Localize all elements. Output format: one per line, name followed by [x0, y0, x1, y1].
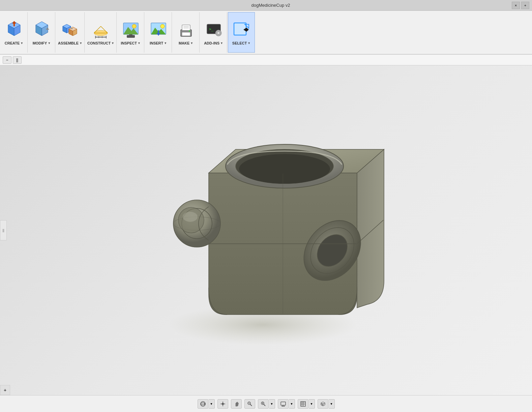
- pan-btn[interactable]: [217, 399, 228, 409]
- create-dropdown-arrow: ▼: [20, 41, 23, 45]
- select-dropdown-arrow: ▼: [247, 41, 250, 45]
- modify-label: MODIFY ▼: [33, 41, 51, 45]
- minimize-btn[interactable]: −: [3, 56, 11, 64]
- display-dropdown[interactable]: ▼: [289, 399, 295, 409]
- main-toolbar: CREATE ▼ MODIFY ▼: [0, 11, 532, 55]
- display-btn[interactable]: [278, 399, 289, 409]
- make-icon: [176, 20, 196, 40]
- bottom-left-corner-btn[interactable]: +: [0, 385, 10, 395]
- inspect-group[interactable]: INSPECT ▼: [117, 12, 144, 53]
- close-button[interactable]: ×: [512, 2, 520, 9]
- titlebar: dogMedicineCup v2 × +: [0, 0, 532, 11]
- left-panel-toggle[interactable]: ||: [0, 220, 7, 240]
- svg-point-40: [189, 30, 190, 32]
- svg-rect-46: [218, 35, 219, 36]
- zoom-dropdown[interactable]: ▼: [269, 399, 275, 409]
- hand-pan-btn[interactable]: [231, 399, 242, 409]
- create-group[interactable]: CREATE ▼: [1, 12, 28, 53]
- svg-rect-4: [13, 24, 15, 26]
- viewcube-dropdown[interactable]: ▼: [329, 399, 335, 409]
- modify-icon: [32, 20, 52, 40]
- viewcube-btn[interactable]: [318, 399, 328, 409]
- svg-point-44: [217, 32, 220, 34]
- make-group[interactable]: MAKE ▼: [173, 12, 200, 53]
- create-icon: [4, 20, 24, 40]
- svg-rect-87: [301, 402, 305, 406]
- addins-dropdown-arrow: ▼: [220, 41, 223, 45]
- make-dropdown-arrow: ▼: [190, 41, 193, 45]
- svg-point-32: [160, 24, 165, 28]
- svg-line-76: [264, 404, 265, 406]
- canvas-area[interactable]: ||: [0, 65, 532, 395]
- orbit-group: ▼: [198, 399, 215, 409]
- inspect-dropdown-arrow: ▼: [138, 41, 141, 45]
- svg-point-27: [132, 24, 136, 28]
- zoom-fit-btn[interactable]: [244, 399, 255, 409]
- svg-rect-47: [215, 32, 217, 34]
- insert-group[interactable]: INSERT ▼: [145, 12, 172, 53]
- svg-line-73: [250, 404, 252, 406]
- construct-group[interactable]: CONSTRUCT ▼: [85, 12, 117, 53]
- select-icon: [231, 20, 252, 40]
- construct-icon: [91, 20, 111, 40]
- inspect-icon: [121, 20, 141, 40]
- bottom-toolbar: ▼ ▼: [0, 395, 532, 412]
- svg-rect-48: [220, 32, 221, 34]
- assemble-dropdown-arrow: ▼: [79, 41, 82, 45]
- grid-group: ▼: [298, 399, 315, 409]
- svg-point-56: [239, 154, 330, 184]
- construct-dropdown-arrow: ▼: [111, 41, 114, 45]
- create-label: CREATE ▼: [5, 41, 23, 45]
- panel-toggle-btn[interactable]: ||: [13, 56, 22, 64]
- addins-group[interactable]: >_ ADD-INS ▼: [200, 12, 227, 53]
- display-group: ▼: [278, 399, 295, 409]
- insert-icon: [148, 20, 169, 40]
- select-label: SELECT ▼: [232, 41, 250, 45]
- assemble-icon: [60, 20, 80, 40]
- zoom-btn[interactable]: [258, 399, 269, 409]
- titlebar-title: dogMedicineCup v2: [30, 3, 512, 8]
- modify-dropdown-arrow: ▼: [48, 41, 51, 45]
- new-tab-button[interactable]: +: [521, 2, 529, 9]
- insert-dropdown-arrow: ▼: [164, 41, 167, 45]
- grid-dropdown[interactable]: ▼: [309, 399, 315, 409]
- select-group[interactable]: SELECT ▼: [228, 12, 255, 53]
- svg-rect-36: [182, 32, 190, 36]
- grid-btn[interactable]: [298, 399, 308, 409]
- 3d-model: [131, 99, 401, 352]
- svg-rect-79: [281, 402, 286, 405]
- construct-label: CONSTRUCT ▼: [87, 41, 114, 45]
- svg-rect-38: [183, 26, 189, 27]
- svg-rect-49: [234, 23, 246, 35]
- orbit-dropdown[interactable]: ▼: [209, 399, 215, 409]
- secondary-toolbar: − ||: [0, 55, 532, 65]
- svg-rect-45: [218, 30, 219, 31]
- svg-point-61: [183, 212, 198, 222]
- svg-rect-29: [129, 34, 132, 36]
- svg-text:>_: >_: [209, 27, 214, 31]
- inspect-label: INSPECT ▼: [121, 41, 141, 45]
- svg-point-71: [222, 403, 224, 405]
- viewcube-group: ▼: [318, 399, 335, 409]
- addins-icon: >_: [204, 20, 224, 40]
- titlebar-controls: × +: [512, 2, 529, 9]
- orbit-btn[interactable]: [198, 399, 208, 409]
- svg-rect-34: [158, 30, 159, 33]
- make-label: MAKE ▼: [179, 41, 193, 45]
- svg-rect-39: [183, 28, 189, 28]
- modify-group[interactable]: MODIFY ▼: [28, 12, 55, 53]
- addins-label: ADD-INS ▼: [204, 41, 223, 45]
- insert-label: INSERT ▼: [150, 41, 167, 45]
- zoom-group: ▼: [258, 399, 275, 409]
- assemble-group[interactable]: ASSEMBLE ▼: [56, 12, 85, 53]
- assemble-label: ASSEMBLE ▼: [58, 41, 82, 45]
